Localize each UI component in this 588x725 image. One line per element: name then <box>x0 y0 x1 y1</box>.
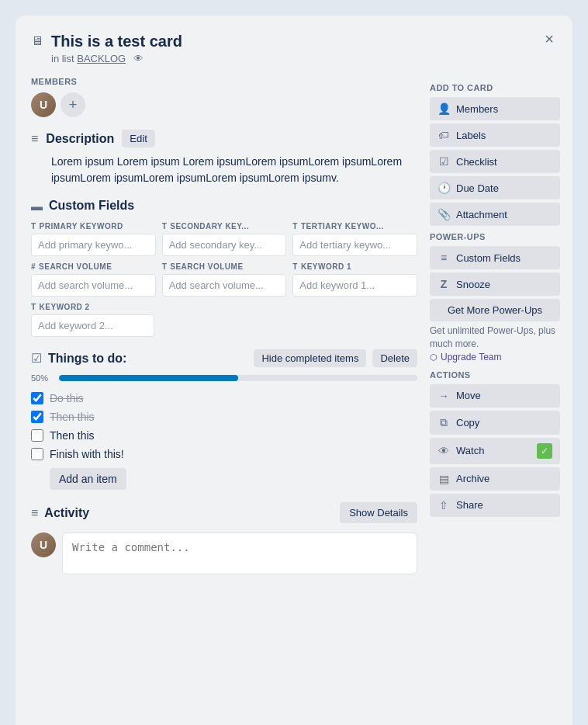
cf-type-t-icon: T <box>31 222 36 231</box>
archive-action-icon: ▤ <box>438 473 450 485</box>
cf-keyword-2: T KEYWORD 2 Add keyword 2... <box>31 303 154 337</box>
delete-checklist-button[interactable]: Delete <box>372 349 417 367</box>
cf-search-volume-2: T SEARCH VOLUME Add search volume... <box>162 262 287 297</box>
cf-type-t-icon-2: T <box>162 222 168 231</box>
cf-tertiary-keyword: T TERTIARY KEYWO... Add tertiary keywo..… <box>292 222 417 256</box>
checklist-checkbox-2[interactable] <box>31 411 43 423</box>
modal-body: MEMBERS U + ≡ Description Edit Lorem ips… <box>31 77 560 587</box>
description-title: Description <box>46 132 114 146</box>
snooze-powerup-button[interactable]: Z Snooze <box>430 272 560 296</box>
activity-header: ≡ Activity Show Details <box>31 502 417 523</box>
card-icon: 🖥 <box>31 34 43 48</box>
upgrade-icon: ⬡ <box>430 352 438 363</box>
custom-fields-powerup-button[interactable]: ≡ Custom Fields <box>430 246 560 269</box>
add-item-button[interactable]: Add an item <box>50 468 126 490</box>
cf-primary-keyword: T PRIMARY KEYWORD Add primary keywo... <box>31 222 156 256</box>
description-text: Lorem ipsum Lorem ipsum Lorem ipsumLorem… <box>51 154 417 186</box>
attachment-sidebar-icon: 📎 <box>438 208 450 220</box>
cf-type-t-icon-3: T <box>292 222 298 231</box>
avatar[interactable]: U <box>31 92 56 117</box>
get-more-powerups-button[interactable]: Get More Power-Ups <box>430 299 560 321</box>
members-sidebar-icon: 👤 <box>438 102 450 115</box>
move-action-icon: → <box>438 390 450 402</box>
checklist-checkbox-1[interactable] <box>31 392 43 404</box>
cf-primary-keyword-label: T PRIMARY KEYWORD <box>31 222 156 231</box>
checklist-header: ☑ Things to do: Hide completed items Del… <box>31 349 417 367</box>
checklist-sidebar-icon: ☑ <box>438 155 450 168</box>
snooze-powerup-icon: Z <box>438 278 450 290</box>
cf-keyword-2-input[interactable]: Add keyword 2... <box>31 314 154 337</box>
custom-fields-powerup-label: Custom Fields <box>456 252 552 264</box>
checklist-sidebar-button[interactable]: ☑ Checklist <box>430 150 560 173</box>
checklist-section: ☑ Things to do: Hide completed items Del… <box>31 349 417 490</box>
watch-eye-icon[interactable]: 👁 <box>133 53 144 64</box>
checklist-item: Do this <box>31 389 417 408</box>
cf-tertiary-keyword-input[interactable]: Add tertiary keywo... <box>292 234 417 256</box>
upgrade-text: Get unlimited Power-Ups, plus much more.… <box>430 324 560 364</box>
upgrade-team-link[interactable]: ⬡ Upgrade Team <box>430 351 502 364</box>
edit-description-button[interactable]: Edit <box>122 130 154 147</box>
list-link[interactable]: BACKLOG <box>77 53 126 64</box>
avatar-face: U <box>31 92 56 117</box>
share-action-button[interactable]: ⇧ Share <box>430 494 560 517</box>
checklist-title: Things to do: <box>48 352 247 366</box>
add-to-card-title: ADD TO CARD <box>430 83 560 92</box>
cf-keyword-1-label: T KEYWORD 1 <box>292 262 417 271</box>
due-date-sidebar-label: Due Date <box>456 182 552 194</box>
add-member-button[interactable]: + <box>61 92 85 117</box>
archive-action-button[interactable]: ▤ Archive <box>430 467 560 491</box>
snooze-powerup-label: Snooze <box>456 279 552 290</box>
attachment-sidebar-button[interactable]: 📎 Attachment <box>430 203 560 226</box>
watch-action-icon: 👁 <box>438 445 450 457</box>
checklist-icon: ☑ <box>31 351 42 366</box>
checklist-item: Finish with this! <box>31 445 417 463</box>
checklist-item: Then this <box>31 426 417 445</box>
cf-search-volume-2-input[interactable]: Add search volume... <box>162 274 287 297</box>
activity-title: Activity <box>44 506 334 520</box>
comment-avatar-face: U <box>31 532 56 557</box>
custom-fields-powerup-icon: ≡ <box>438 251 450 264</box>
members-section: MEMBERS U + <box>31 77 417 117</box>
custom-fields-header: ▬ Custom Fields <box>31 199 417 213</box>
cf-keyword-1-input[interactable]: Add keyword 1... <box>292 274 417 297</box>
cf-search-volume-2-label: T SEARCH VOLUME <box>162 262 287 271</box>
members-sidebar-label: Members <box>456 103 552 115</box>
description-header: ≡ Description Edit <box>31 130 417 147</box>
checklist-checkbox-3[interactable] <box>31 429 43 442</box>
due-date-sidebar-icon: 🕐 <box>438 182 450 194</box>
checklist-item-text-3: Then this <box>50 429 95 442</box>
hide-completed-button[interactable]: Hide completed items <box>254 349 366 367</box>
copy-action-button[interactable]: ⧉ Copy <box>430 411 560 435</box>
watch-action-button[interactable]: 👁 Watch ✓ <box>430 438 560 464</box>
checklist-sidebar-label: Checklist <box>456 156 552 168</box>
close-button[interactable]: × <box>537 26 562 51</box>
cf-type-t-icon-6: T <box>31 303 36 311</box>
description-section: ≡ Description Edit Lorem ipsum Lorem ips… <box>31 130 417 186</box>
cf-primary-keyword-input[interactable]: Add primary keywo... <box>31 234 156 256</box>
cf-secondary-keyword-input[interactable]: Add secondary key... <box>162 234 287 256</box>
labels-sidebar-button[interactable]: 🏷 Labels <box>430 123 560 147</box>
move-action-button[interactable]: → Move <box>430 384 560 408</box>
custom-fields-title: Custom Fields <box>49 199 134 213</box>
archive-action-label: Archive <box>456 473 552 484</box>
comment-avatar: U <box>31 532 56 557</box>
comment-input[interactable] <box>62 532 417 574</box>
custom-fields-icon: ▬ <box>31 199 43 213</box>
modal-header: 🖥 This is a test card in list BACKLOG 👁 <box>31 31 560 64</box>
copy-action-label: Copy <box>456 417 552 428</box>
checklist-item: Then this <box>31 408 417 426</box>
progress-row: 50% <box>31 373 417 383</box>
cf-type-t-icon-5: T <box>292 262 298 271</box>
checklist-items: Do this Then this Then this Finish with … <box>31 389 417 463</box>
checklist-item-text-2: Then this <box>50 411 95 423</box>
cf-search-volume-1-input[interactable]: Add search volume... <box>31 274 156 297</box>
checklist-checkbox-4[interactable] <box>31 448 43 460</box>
due-date-sidebar-button[interactable]: 🕐 Due Date <box>430 176 560 199</box>
actions-title: ACTIONS <box>430 370 560 380</box>
members-sidebar-button[interactable]: 👤 Members <box>430 97 560 120</box>
attachment-sidebar-label: Attachment <box>456 209 552 220</box>
upgrade-link-label: Upgrade Team <box>441 351 502 364</box>
watch-active-badge: ✓ <box>537 443 552 459</box>
show-details-button[interactable]: Show Details <box>340 502 417 523</box>
copy-action-icon: ⧉ <box>438 416 450 429</box>
